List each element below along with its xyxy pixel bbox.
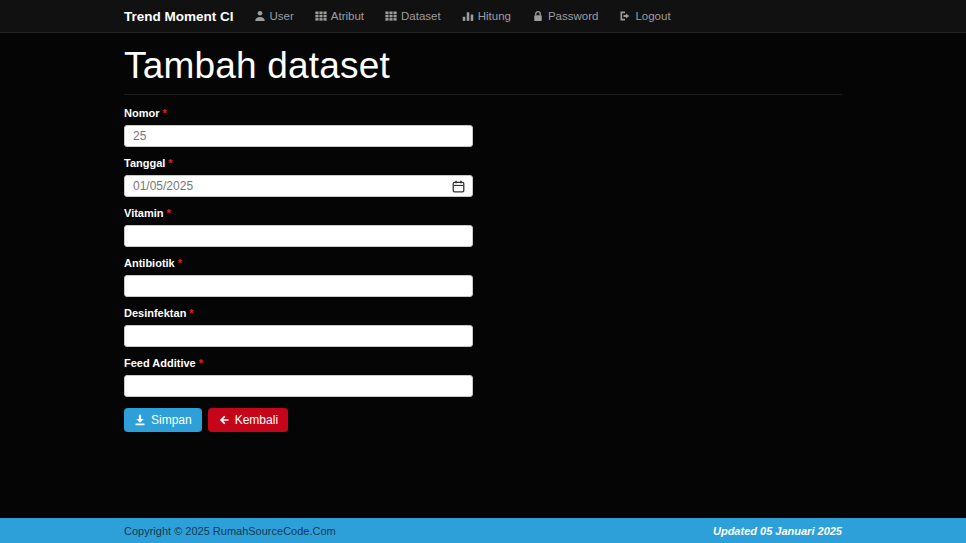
nav-item-label: Dataset	[401, 10, 441, 22]
field-label-nomor: Nomor	[124, 107, 159, 119]
required-marker: *	[167, 207, 171, 219]
grid-icon	[315, 10, 327, 22]
logout-icon	[619, 10, 631, 22]
brand-title[interactable]: Trend Moment CI	[124, 9, 234, 24]
required-marker: *	[199, 357, 203, 369]
desinfektan-input[interactable]	[124, 325, 473, 347]
required-marker: *	[189, 307, 193, 319]
form-group-tanggal: Tanggal*	[124, 157, 842, 197]
nav-item-label: Hitung	[478, 10, 511, 22]
save-button[interactable]: Simpan	[124, 408, 202, 432]
field-label-desinfektan: Desinfektan	[124, 307, 186, 319]
nav-item-label: Password	[548, 10, 599, 22]
form-group-vitamin: Vitamin*	[124, 207, 842, 247]
calendar-icon[interactable]	[452, 179, 465, 197]
nomor-input[interactable]	[124, 125, 473, 147]
main-content: Tambah dataset Nomor* Tanggal* Vitamin* …	[124, 46, 842, 432]
form-group-desinfektan: Desinfektan*	[124, 307, 842, 347]
nav-item-user[interactable]: User	[254, 10, 294, 22]
field-label-tanggal: Tanggal	[124, 157, 165, 169]
bar-chart-icon	[462, 10, 474, 22]
footer-updated: Updated 05 Januari 2025	[713, 525, 842, 537]
form-group-nomor: Nomor*	[124, 107, 842, 147]
nav-item-label: Logout	[635, 10, 670, 22]
tanggal-input[interactable]	[124, 175, 473, 197]
nav-item-hitung[interactable]: Hitung	[462, 10, 511, 22]
nav-item-dataset[interactable]: Dataset	[385, 10, 441, 22]
vitamin-input[interactable]	[124, 225, 473, 247]
feed-additive-input[interactable]	[124, 375, 473, 397]
back-button-label: Kembali	[235, 413, 278, 427]
dataset-form: Nomor* Tanggal* Vitamin* Antibiotik* Des	[124, 107, 842, 432]
back-button[interactable]: Kembali	[208, 408, 288, 432]
save-button-label: Simpan	[151, 413, 192, 427]
form-group-antibiotik: Antibiotik*	[124, 257, 842, 297]
arrow-left-icon	[218, 414, 230, 426]
nav-item-label: Atribut	[331, 10, 364, 22]
field-label-vitamin: Vitamin	[124, 207, 164, 219]
nav-item-label: User	[270, 10, 294, 22]
form-actions: Simpan Kembali	[124, 408, 842, 432]
form-fields: Nomor* Tanggal* Vitamin* Antibiotik* Des	[124, 107, 842, 397]
antibiotik-input[interactable]	[124, 275, 473, 297]
required-marker: *	[162, 107, 166, 119]
footer-copyright: Copyright © 2025 RumahSourceCode.Com	[124, 525, 336, 537]
form-group-feed-additive: Feed Additive*	[124, 357, 842, 397]
page-title: Tambah dataset	[124, 46, 842, 86]
required-marker: *	[168, 157, 172, 169]
nav-item-password[interactable]: Password	[532, 10, 599, 22]
nav-item-atribut[interactable]: Atribut	[315, 10, 364, 22]
nav-menu: User Atribut Dataset Hitung Password Log…	[254, 10, 692, 22]
required-marker: *	[178, 257, 182, 269]
field-label-antibiotik: Antibiotik	[124, 257, 175, 269]
nav-item-logout[interactable]: Logout	[619, 10, 670, 22]
field-label-feed-additive: Feed Additive	[124, 357, 196, 369]
user-icon	[254, 10, 266, 22]
download-icon	[134, 414, 146, 426]
page-header: Tambah dataset	[124, 46, 842, 95]
top-navbar: Trend Moment CI User Atribut Dataset Hit…	[0, 0, 966, 33]
lock-icon	[532, 10, 544, 22]
page-footer: Copyright © 2025 RumahSourceCode.Com Upd…	[0, 518, 966, 543]
grid-icon	[385, 10, 397, 22]
